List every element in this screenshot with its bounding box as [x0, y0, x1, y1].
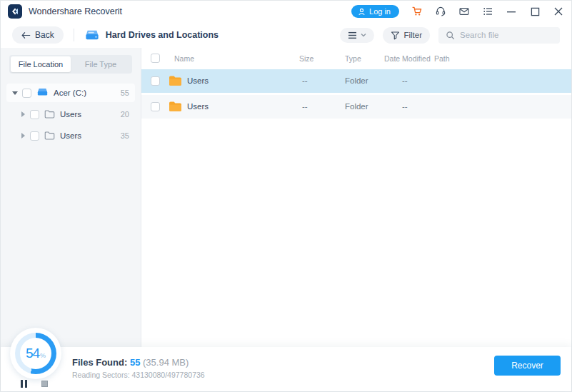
select-all-checkbox[interactable] — [151, 54, 160, 63]
row-checkbox[interactable] — [151, 102, 160, 111]
hamburger-icon — [348, 31, 357, 39]
drive-icon — [36, 87, 49, 99]
scan-summary: Files Found: 55 (35.94 MB) Reading Secto… — [72, 357, 205, 379]
cart-icon[interactable] — [411, 6, 423, 17]
filter-funnel-icon — [391, 31, 400, 40]
caret-right-icon[interactable] — [21, 111, 25, 117]
app-title: Wondershare Recoverit — [29, 6, 122, 16]
sidebar-tab-switcher: File Location File Type — [9, 55, 132, 74]
toolbar-divider — [74, 29, 74, 41]
tree-item-label: Users — [60, 110, 81, 119]
back-button[interactable]: Back — [12, 26, 64, 44]
content-area: File Location File Type Acer (C:) 55 Use… — [1, 48, 571, 347]
progress-ring: 54 % — [15, 333, 56, 374]
filter-button[interactable]: Filter — [383, 27, 430, 44]
search-icon — [446, 31, 455, 40]
app-window: Wondershare Recoverit Log in — [0, 0, 572, 392]
table-row[interactable]: Users -- Folder -- — [141, 95, 571, 119]
file-name: Users — [187, 76, 209, 85]
column-header-name[interactable]: Name — [174, 54, 194, 63]
reading-sectors-text: Reading Sectors: 43130080/497780736 — [72, 371, 205, 379]
tab-file-location[interactable]: File Location — [11, 56, 71, 72]
menu-list-icon[interactable] — [482, 6, 493, 17]
status-bar: 54 % Files Found: 55 (35.94 MB) Reading … — [1, 347, 571, 391]
column-header-size[interactable]: Size — [299, 54, 313, 63]
tree-item-label: Users — [60, 131, 81, 140]
tree-checkbox[interactable] — [22, 89, 31, 98]
file-type: Folder — [345, 76, 368, 85]
file-table: Name Size Type Date Modified Path Users … — [141, 48, 571, 347]
column-header-type[interactable]: Type — [345, 54, 361, 63]
column-header-path[interactable]: Path — [434, 54, 450, 63]
stop-button[interactable] — [41, 381, 48, 387]
table-row[interactable]: Users -- Folder -- — [141, 69, 571, 93]
folder-icon — [169, 101, 182, 114]
chevron-down-icon — [361, 33, 366, 37]
files-found-size: (35.94 MB) — [143, 357, 189, 368]
file-date-modified: -- — [402, 102, 408, 111]
mail-icon[interactable] — [458, 6, 470, 17]
folder-outline-icon — [44, 109, 55, 120]
app-logo-icon — [8, 4, 22, 19]
percent-sign: % — [40, 352, 46, 359]
support-headset-icon[interactable] — [435, 6, 446, 17]
close-button[interactable] — [553, 6, 564, 17]
location-header: Hard Drives and Locations — [84, 28, 219, 42]
back-arrow-icon — [21, 31, 31, 39]
tree-item-drive[interactable]: Acer (C:) 55 — [6, 84, 135, 102]
hard-drive-icon — [84, 28, 100, 42]
folder-outline-icon — [44, 131, 55, 141]
search-box — [438, 27, 560, 44]
titlebar-actions: Log in — [351, 5, 564, 18]
recover-button[interactable]: Recover — [494, 356, 561, 376]
filter-label: Filter — [403, 31, 422, 39]
toolbar: Back Hard Drives and Locations Filter — [1, 22, 571, 48]
pause-button[interactable] — [21, 380, 27, 388]
back-label: Back — [35, 30, 54, 40]
login-label: Log in — [369, 7, 391, 16]
sidebar: File Location File Type Acer (C:) 55 Use… — [1, 48, 141, 347]
view-options-button[interactable] — [340, 28, 374, 43]
caret-down-icon[interactable] — [12, 91, 18, 95]
caret-right-icon[interactable] — [21, 133, 25, 139]
location-title: Hard Drives and Locations — [106, 30, 219, 40]
tree-item-count: 20 — [121, 110, 129, 119]
tree-item-users-2[interactable]: Users 35 — [6, 126, 135, 145]
tree-item-count: 35 — [121, 131, 129, 140]
scan-controls — [21, 380, 48, 388]
tree-checkbox[interactable] — [30, 110, 39, 119]
file-size: -- — [302, 76, 308, 85]
search-input[interactable] — [460, 31, 546, 39]
file-name: Users — [187, 102, 209, 111]
files-found-label: Files Found: — [72, 357, 127, 368]
user-icon — [358, 8, 366, 16]
row-checkbox[interactable] — [151, 76, 160, 86]
login-button[interactable]: Log in — [351, 5, 399, 18]
file-type: Folder — [345, 102, 368, 111]
file-size: -- — [302, 102, 308, 111]
table-header: Name Size Type Date Modified Path — [141, 48, 571, 69]
file-date-modified: -- — [402, 76, 408, 85]
scan-progress-circle: 54 % — [10, 328, 61, 379]
tree-item-count: 55 — [121, 89, 129, 97]
tree-item-users-1[interactable]: Users 20 — [6, 105, 135, 124]
folder-icon — [169, 75, 182, 88]
maximize-button[interactable] — [529, 6, 541, 17]
tab-file-type[interactable]: File Type — [71, 56, 131, 72]
titlebar: Wondershare Recoverit Log in — [1, 1, 571, 22]
tree-checkbox[interactable] — [30, 131, 39, 141]
files-found-line: Files Found: 55 (35.94 MB) — [72, 357, 205, 368]
minimize-button[interactable] — [506, 6, 517, 17]
progress-percent: 54 — [26, 346, 39, 361]
progress-value: 54 % — [20, 338, 51, 369]
files-found-count: 55 — [130, 357, 140, 368]
tree-item-label: Acer (C:) — [54, 89, 86, 97]
toolbar-right: Filter — [340, 27, 560, 44]
column-header-date-modified[interactable]: Date Modified — [384, 54, 431, 63]
